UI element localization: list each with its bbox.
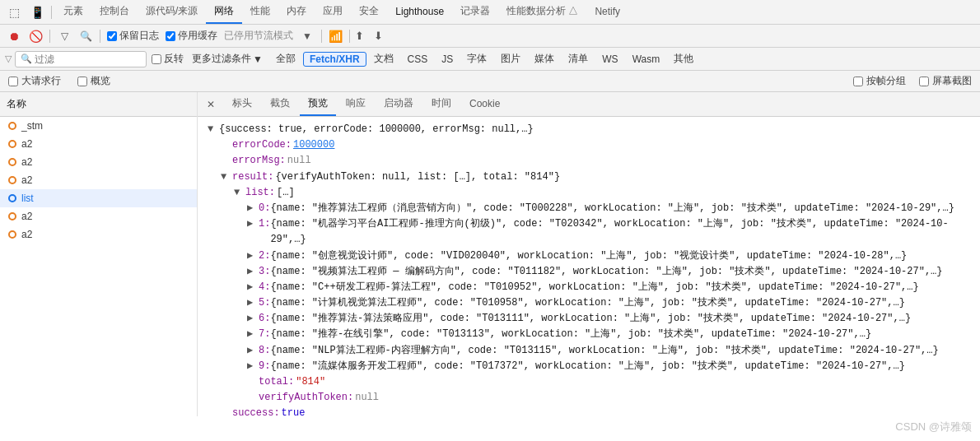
tab-cookie[interactable]: Cookie	[461, 92, 508, 116]
tab-timing[interactable]: 时间	[423, 92, 460, 116]
tab-network[interactable]: 网络	[206, 0, 242, 24]
tab-preview[interactable]: 预览	[300, 92, 336, 116]
item-value-0: {name: "推荐算法工程师（消息营销方向）", code: "T000228…	[270, 201, 954, 216]
item-toggle-0[interactable]: ▶	[247, 201, 259, 216]
list-item-6[interactable]: ▶ 6: {name: "推荐算法-算法策略应用", code: "T01311…	[208, 311, 970, 327]
filter-manifest[interactable]: 清单	[562, 50, 595, 67]
tab-netify[interactable]: Netify	[586, 0, 628, 24]
tab-security[interactable]: 安全	[351, 0, 387, 24]
tab-payload[interactable]: 截负	[262, 92, 298, 116]
overview-checkbox[interactable]	[77, 77, 87, 86]
list-toggle[interactable]: ▼	[234, 185, 245, 201]
item-toggle-8[interactable]: ▶	[247, 343, 259, 359]
item-key-4: 4:	[259, 280, 270, 295]
list-item-a2-2[interactable]: a2	[0, 153, 197, 171]
wifi-icon: 📶	[329, 30, 343, 43]
reverse-checkbox[interactable]	[152, 54, 161, 64]
search-btn[interactable]: 🔍	[77, 27, 95, 45]
item-toggle-9[interactable]: ▶	[247, 359, 259, 374]
tab-lighthouse[interactable]: Lighthouse	[387, 0, 452, 24]
tab-performance[interactable]: 性能	[242, 0, 278, 24]
list-item-8[interactable]: ▶ 8: {name: "NLP算法工程师-内容理解方向", code: "T0…	[208, 343, 970, 359]
list-item-list[interactable]: list	[0, 189, 197, 207]
a2-5-name: a2	[21, 211, 32, 222]
filter-all[interactable]: 全部	[269, 50, 302, 67]
item-toggle-1[interactable]: ▶	[247, 216, 259, 232]
screenshot-checkbox[interactable]	[919, 77, 929, 86]
disable-cache-label[interactable]: 停用缓存	[166, 29, 217, 43]
filter-other[interactable]: 其他	[667, 50, 700, 67]
frame-group-checkbox[interactable]	[853, 77, 863, 86]
list-item-3[interactable]: ▶ 3: {name: "视频算法工程师 — 编解码方向", code: "T0…	[208, 264, 970, 280]
reverse-label: 反转	[164, 52, 184, 66]
preserve-log-label[interactable]: 保留日志	[107, 29, 159, 43]
list-item-2[interactable]: ▶ 2: {name: "创意视觉设计师", code: "VID020040"…	[208, 248, 970, 264]
list-item-4[interactable]: ▶ 4: {name: "C++研发工程师-算法工程", code: "T010…	[208, 280, 970, 295]
tab-initiator[interactable]: 启动器	[376, 92, 422, 116]
filter-fetch-xhr[interactable]: Fetch/XHR	[303, 52, 366, 67]
error-code-value[interactable]: 1000000	[293, 137, 334, 153]
filter-input[interactable]	[35, 53, 142, 65]
item-toggle-6[interactable]: ▶	[247, 311, 259, 327]
filter-icon-btn[interactable]: ▽	[55, 27, 73, 45]
item-key-9: 9:	[259, 359, 270, 374]
filter-css[interactable]: CSS	[401, 52, 435, 67]
filter-js[interactable]: JS	[435, 52, 460, 67]
item-toggle-5[interactable]: ▶	[247, 295, 259, 311]
filter-ws[interactable]: WS	[595, 52, 624, 67]
filter-wasm[interactable]: Wasm	[626, 52, 667, 67]
result-line[interactable]: ▼ result: {verifyAuthToken: null, list: …	[208, 169, 970, 185]
tab-sources[interactable]: 源代码/来源	[138, 0, 206, 24]
device-icon[interactable]: 📱	[26, 2, 48, 22]
preserve-log-checkbox[interactable]	[107, 31, 117, 41]
record-button[interactable]: ⏺	[5, 27, 23, 45]
list-item-a2-5[interactable]: a2	[0, 207, 197, 225]
inspect-icon[interactable]: ⬚	[3, 2, 25, 22]
list-item-0[interactable]: ▶ 0: {name: "推荐算法工程师（消息营销方向）", code: "T0…	[208, 201, 970, 216]
frame-group-label[interactable]: 按帧分组	[853, 74, 906, 88]
tab-console[interactable]: 控制台	[91, 0, 138, 24]
root-toggle[interactable]: ▼	[208, 122, 219, 137]
filter-font[interactable]: 字体	[460, 50, 493, 67]
result-toggle[interactable]: ▼	[221, 169, 232, 185]
large-row-checkbox[interactable]	[8, 77, 18, 86]
list-line[interactable]: ▼ list: […]	[208, 185, 970, 201]
throttle-dropdown[interactable]: ▼	[298, 27, 316, 45]
close-tab-button[interactable]: ✕	[203, 96, 219, 113]
item-toggle-3[interactable]: ▶	[247, 264, 259, 280]
tab-recorder[interactable]: 记录器	[452, 0, 498, 24]
item-toggle-7[interactable]: ▶	[247, 327, 259, 342]
list-item-9[interactable]: ▶ 9: {name: "流媒体服务开发工程师", code: "T017372…	[208, 359, 970, 374]
tab-headers[interactable]: 标头	[224, 92, 260, 116]
clear-button[interactable]: 🚫	[26, 27, 44, 45]
list-item-1[interactable]: ▶ 1: {name: "机器学习平台AI工程师-推理方向(初级)", code…	[208, 216, 970, 248]
filter-media[interactable]: 媒体	[528, 50, 561, 67]
screenshot-label[interactable]: 屏幕截图	[919, 74, 972, 88]
tab-perf-data[interactable]: 性能数据分析 △	[498, 0, 586, 24]
item-toggle-4[interactable]: ▶	[247, 280, 259, 295]
filter-img[interactable]: 图片	[494, 50, 527, 67]
disable-cache-checkbox[interactable]	[166, 31, 175, 41]
overview-label[interactable]: 概览	[77, 74, 110, 88]
list-item-stm[interactable]: _stm	[0, 117, 197, 135]
list-item-7[interactable]: ▶ 7: {name: "推荐-在线引擎", code: "T013113", …	[208, 327, 970, 342]
export-icon[interactable]: ⬇	[374, 30, 383, 42]
stm-icon	[7, 120, 18, 132]
root-line[interactable]: ▼ {success: true, errorCode: 1000000, er…	[208, 122, 970, 137]
list-item-a2-6[interactable]: a2	[0, 225, 197, 244]
reverse-checkbox-label[interactable]: 反转	[152, 52, 184, 66]
item-toggle-2[interactable]: ▶	[247, 248, 259, 264]
large-row-label[interactable]: 大请求行	[8, 74, 61, 88]
filter-doc[interactable]: 文档	[367, 50, 400, 67]
list-item-a2-3[interactable]: a2	[0, 171, 197, 189]
list-item-a2-1[interactable]: a2	[0, 135, 197, 153]
import-icon[interactable]: ⬆	[355, 30, 364, 42]
list-item-5[interactable]: ▶ 5: {name: "计算机视觉算法工程师", code: "T010958…	[208, 295, 970, 311]
tab-elements[interactable]: 元素	[55, 0, 91, 24]
result-key: result:	[232, 169, 273, 185]
tab-response[interactable]: 响应	[338, 92, 374, 116]
tab-application[interactable]: 应用	[315, 0, 351, 24]
a2-5-icon	[7, 211, 18, 222]
more-filters-btn[interactable]: 更多过滤条件 ▼	[189, 50, 266, 67]
tab-memory[interactable]: 内存	[278, 0, 315, 24]
